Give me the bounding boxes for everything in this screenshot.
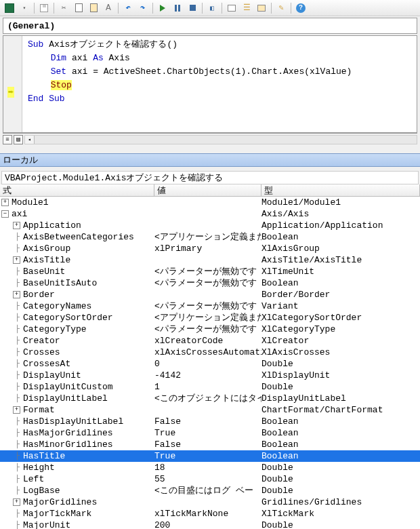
tree-branch-icon (12, 521, 23, 529)
locals-expr: Creator (23, 336, 60, 346)
locals-type: Boolean (261, 232, 420, 242)
locals-row[interactable]: CategoryNames<パラメーターが無効ですVariant (0, 300, 420, 312)
locals-row[interactable]: HasTitleTrueBoolean (0, 450, 420, 462)
locals-row[interactable]: LogBase<この目盛にはログ ベーDouble (0, 485, 420, 496)
locals-row[interactable]: BaseUnitIsAuto<パラメーターが無効ですBoolean (0, 277, 420, 289)
locals-value: <このオブジェクトにはタイ (154, 392, 261, 404)
locals-tree[interactable]: +Module1Module1/Module1−axiAxis/Axis+App… (0, 197, 420, 529)
redo-icon[interactable]: ↶ (136, 2, 150, 14)
header-type[interactable]: 型 (261, 184, 420, 197)
locals-row[interactable]: +FormatChartFormat/ChartFormat (0, 404, 420, 416)
locals-expr: Crosses (23, 347, 60, 357)
locals-type: Double (261, 382, 420, 392)
locals-value: False (154, 439, 261, 450)
locals-row[interactable]: HasDisplayUnitLabelFalseBoolean (0, 416, 420, 427)
locals-value: True (154, 428, 261, 438)
help-icon[interactable]: ? (294, 2, 308, 14)
locals-value: xlAxisCrossesAutomatic (154, 347, 261, 357)
locals-row[interactable]: CategorySortOrder<アプリケーション定義またXlCategory… (0, 312, 420, 324)
break-icon[interactable] (171, 2, 184, 14)
locals-expr: CategoryNames (23, 301, 91, 311)
locals-value: -4142 (154, 370, 261, 380)
object-browser-icon[interactable] (255, 2, 268, 14)
locals-row[interactable]: DisplayUnitLabel<このオブジェクトにはタイDisplayUnit… (0, 393, 420, 404)
locals-row[interactable]: +MajorGridlinesGridlines/Gridlines (0, 496, 420, 508)
locals-value: 55 (154, 474, 261, 484)
locals-row[interactable]: +ApplicationApplication/Application (0, 220, 420, 231)
locals-type: XlDisplayUnit (261, 370, 420, 380)
locals-row[interactable]: AxisBetweenCategories<アプリケーション定義またBoolea… (0, 231, 420, 243)
procedure-dropdown-label: (General) (7, 21, 55, 31)
project-explorer-icon[interactable] (225, 2, 238, 14)
horizontal-scrollbar[interactable]: ◂ (24, 135, 417, 144)
design-icon[interactable]: ◧ (205, 2, 219, 14)
locals-expr: Border (23, 290, 55, 300)
undo-icon[interactable]: ↶ (121, 2, 135, 14)
locals-row[interactable]: CategoryType<パラメーターが無効ですXlCategoryType (0, 324, 420, 335)
full-module-view-tab[interactable]: ▤ (14, 135, 23, 144)
run-icon[interactable] (156, 2, 169, 14)
locals-expr: DisplayUnit (23, 370, 81, 380)
locals-row[interactable]: MajorUnit200Double (0, 520, 420, 529)
locals-row[interactable]: AxisGroupxlPrimaryXlAxisGroup (0, 243, 420, 254)
locals-value: <パラメーターが無効です (154, 265, 261, 277)
locals-value: 0 (154, 359, 261, 369)
locals-window-title: ローカル (0, 153, 420, 167)
locals-row[interactable]: MajorTickMarkxlTickMarkNoneXlTickMark (0, 508, 420, 520)
locals-type: Double (261, 474, 420, 484)
locals-value: xlCreatorCode (154, 336, 261, 346)
locals-type: Double (261, 359, 420, 369)
expand-icon[interactable]: + (13, 222, 20, 229)
tree-branch-icon (12, 302, 23, 310)
code-body[interactable]: Sub Axisオブジェクトを確認する() Dim axi As Axis Se… (22, 36, 417, 132)
properties-icon[interactable]: ☰ (240, 2, 253, 14)
collapse-icon[interactable]: − (1, 210, 9, 218)
code-editor[interactable]: Sub Axisオブジェクトを確認する() Dim axi As Axis Se… (3, 35, 417, 133)
header-value[interactable]: 値 (154, 184, 261, 197)
locals-row[interactable]: Height18Double (0, 462, 420, 473)
copy-icon[interactable] (72, 2, 85, 14)
find-icon[interactable]: A (102, 2, 115, 14)
header-expression[interactable]: 式 (0, 184, 154, 197)
locals-expr: CategoryType (23, 324, 87, 334)
locals-row[interactable]: Left55Double (0, 473, 420, 485)
locals-context[interactable]: VBAProject.Module1.Axisオブジェクトを確認する (1, 171, 419, 184)
locals-row[interactable]: CrossesxlAxisCrossesAutomaticXlAxisCross… (0, 347, 420, 358)
locals-row[interactable]: +Module1Module1/Module1 (0, 197, 420, 208)
locals-expr: CategorySortOrder (23, 313, 113, 323)
locals-row[interactable]: −axiAxis/Axis (0, 208, 420, 220)
tree-branch-icon (12, 463, 23, 471)
locals-row[interactable]: HasMajorGridlinesTrueBoolean (0, 427, 420, 439)
locals-row[interactable]: DisplayUnit-4142XlDisplayUnit (0, 370, 420, 381)
locals-row[interactable]: HasMinorGridlinesFalseBoolean (0, 439, 420, 450)
locals-row[interactable]: +AxisTitleAxisTitle/AxisTitle (0, 254, 420, 266)
locals-type: ChartFormat/ChartFormat (261, 405, 420, 415)
expand-icon[interactable]: + (1, 199, 9, 206)
procedure-dropdown[interactable]: (General) (3, 18, 417, 34)
save-icon[interactable] (37, 2, 51, 14)
locals-expr: BaseUnitIsAuto (23, 278, 97, 288)
procedure-view-tab[interactable]: ≡ (3, 135, 12, 144)
cut-icon[interactable]: ✂ (57, 2, 70, 14)
locals-row[interactable]: DisplayUnitCustom1Double (0, 381, 420, 393)
locals-row[interactable]: CreatorxlCreatorCodeXlCreator (0, 335, 420, 347)
toolbox-icon[interactable]: ✎ (274, 2, 288, 14)
expand-icon[interactable]: + (13, 256, 20, 264)
tree-branch-icon (12, 325, 23, 333)
excel-icon[interactable] (3, 2, 16, 14)
reset-icon[interactable] (186, 2, 199, 14)
dropdown-icon[interactable]: ▾ (18, 2, 31, 14)
locals-expr: Application (23, 220, 81, 231)
tree-branch-icon (12, 336, 23, 345)
expand-icon[interactable]: + (13, 406, 20, 414)
locals-expr: Left (23, 474, 44, 484)
paste-icon[interactable] (87, 2, 100, 14)
locals-type: AxisTitle/AxisTitle (261, 255, 420, 265)
expand-icon[interactable]: + (13, 291, 20, 298)
locals-row[interactable]: +BorderBorder/Border (0, 289, 420, 300)
locals-expr: DisplayUnitCustom (23, 382, 113, 392)
tree-branch-icon (12, 440, 23, 448)
locals-row[interactable]: CrossesAt0Double (0, 358, 420, 370)
locals-row[interactable]: BaseUnit<パラメーターが無効ですXlTimeUnit (0, 266, 420, 277)
expand-icon[interactable]: + (13, 498, 20, 506)
